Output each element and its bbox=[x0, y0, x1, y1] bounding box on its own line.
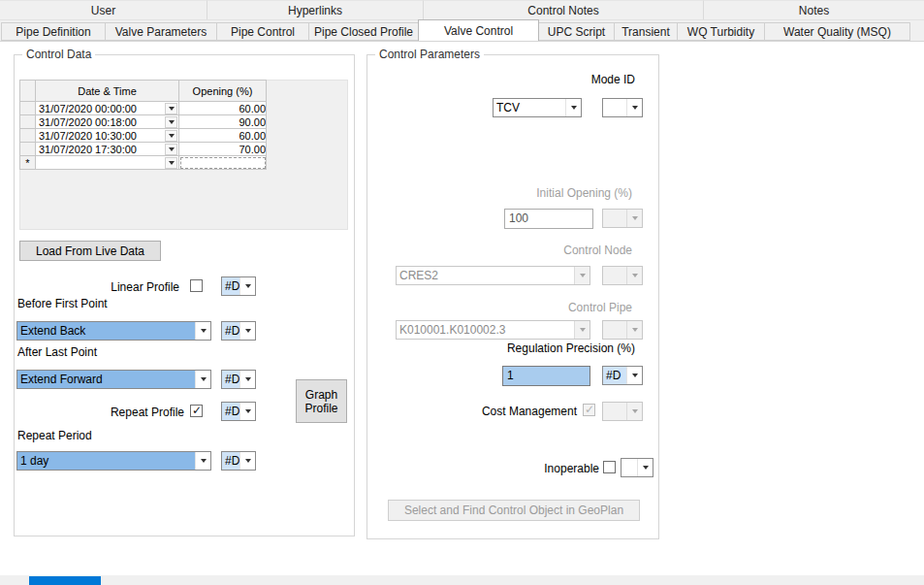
control-pipe-flag-select bbox=[602, 320, 643, 340]
tab-water-quality-msq[interactable]: Water Quality (MSQ) bbox=[764, 22, 910, 41]
row-selector[interactable] bbox=[20, 115, 36, 129]
new-row-marker-icon[interactable]: * bbox=[20, 156, 36, 170]
combo-value bbox=[621, 459, 637, 476]
repeat-period-label: Repeat Period bbox=[17, 429, 92, 442]
repeat-profile-checkbox[interactable] bbox=[190, 405, 203, 417]
flag-value: #D bbox=[603, 367, 626, 384]
tab-user[interactable]: User bbox=[0, 0, 207, 19]
tab-valve-control[interactable]: Valve Control bbox=[418, 19, 539, 41]
linear-profile-flag-select[interactable]: #D bbox=[221, 276, 256, 296]
tab-upc-script[interactable]: UPC Script bbox=[538, 22, 615, 41]
column-header-opening[interactable]: Opening (%) bbox=[179, 81, 267, 102]
mode-id-flag-select[interactable] bbox=[602, 98, 643, 117]
datetime-value: 31/07/2020 00:00:00 bbox=[36, 103, 165, 114]
repeat-profile-flag-select[interactable]: #D bbox=[221, 402, 256, 421]
initial-opening-flag-select bbox=[602, 209, 643, 228]
datetime-cell[interactable]: 31/07/2020 10:30:00 bbox=[36, 129, 179, 143]
chevron-down-icon[interactable] bbox=[239, 322, 255, 340]
before-first-point-flag-select[interactable]: #D bbox=[221, 321, 256, 341]
cost-management-flag-select bbox=[602, 402, 643, 421]
initial-opening-label: Initial Opening (%) bbox=[456, 186, 632, 200]
chevron-down-icon[interactable] bbox=[626, 99, 642, 116]
linear-profile-checkbox[interactable] bbox=[190, 279, 203, 292]
flag-value: #D bbox=[222, 322, 239, 340]
after-last-point-flag-select[interactable]: #D bbox=[221, 370, 256, 389]
opening-cell[interactable]: 60.00 bbox=[179, 129, 267, 143]
row-selector[interactable] bbox=[20, 102, 36, 115]
chevron-down-icon bbox=[626, 321, 642, 339]
datetime-cell[interactable]: 31/07/2020 17:30:00 bbox=[36, 143, 179, 156]
tab-pipe-control[interactable]: Pipe Control bbox=[216, 22, 309, 41]
combo-value bbox=[603, 210, 626, 227]
column-header-datetime[interactable]: Date & Time bbox=[36, 81, 179, 102]
chevron-down-icon[interactable] bbox=[165, 116, 177, 128]
linear-profile-label: Linear Profile bbox=[92, 280, 179, 294]
load-from-live-data-button[interactable]: Load From Live Data bbox=[19, 241, 161, 261]
chevron-down-icon[interactable] bbox=[239, 371, 255, 388]
before-first-point-label: Before First Point bbox=[17, 297, 108, 310]
tab-pipe-definition[interactable]: Pipe Definition bbox=[1, 22, 106, 41]
combo-value: K010001.K010002.3 bbox=[397, 321, 574, 339]
combo-value: TCV bbox=[494, 99, 565, 116]
row-selector[interactable] bbox=[20, 129, 36, 143]
combo-value bbox=[603, 403, 626, 420]
inoperable-checkbox[interactable] bbox=[603, 461, 616, 473]
after-last-point-select[interactable]: Extend Forward bbox=[16, 370, 211, 389]
initial-opening-field[interactable]: 100 bbox=[504, 209, 593, 229]
chevron-down-icon[interactable] bbox=[565, 99, 581, 116]
datetime-cell[interactable]: 31/07/2020 00:18:00 bbox=[36, 115, 179, 129]
table-header-row: Date & Time Opening (%) bbox=[20, 81, 267, 102]
chevron-down-icon[interactable] bbox=[637, 459, 653, 476]
control-node-flag-select bbox=[602, 266, 643, 285]
datetime-value: 31/07/2020 00:18:00 bbox=[36, 116, 165, 128]
opening-cell[interactable]: 70.00 bbox=[179, 143, 267, 156]
tab-valve-parameters[interactable]: Valve Parameters bbox=[105, 22, 217, 41]
datetime-value: 31/07/2020 10:30:00 bbox=[36, 130, 165, 142]
opening-cell-empty[interactable] bbox=[179, 156, 267, 170]
tab-pipe-closed-profile[interactable]: Pipe Closed Profile bbox=[308, 22, 419, 41]
chevron-down-icon bbox=[626, 403, 642, 420]
regulation-precision-field[interactable]: 1 bbox=[502, 366, 590, 386]
combo-value: 1 day bbox=[17, 452, 195, 470]
chevron-down-icon[interactable] bbox=[195, 322, 210, 340]
chevron-down-icon[interactable] bbox=[239, 277, 255, 295]
regulation-precision-label: Regulation Precision (%) bbox=[456, 341, 635, 355]
inoperable-flag-select[interactable] bbox=[621, 458, 653, 477]
repeat-period-flag-select[interactable]: #D bbox=[221, 451, 256, 471]
combo-value bbox=[603, 267, 626, 284]
table-row: 31/07/2020 17:30:00 70.00 bbox=[20, 143, 267, 156]
combo-value: CRES2 bbox=[397, 267, 574, 284]
graph-profile-button[interactable]: Graph Profile bbox=[296, 379, 347, 423]
table-new-row: * bbox=[20, 156, 267, 170]
tab-transient[interactable]: Transient bbox=[614, 22, 678, 41]
datetime-value: 31/07/2020 17:30:00 bbox=[36, 144, 165, 155]
chevron-down-icon[interactable] bbox=[239, 403, 255, 420]
tab-control-notes[interactable]: Control Notes bbox=[424, 0, 704, 19]
chevron-down-icon[interactable] bbox=[165, 157, 177, 169]
tab-wq-turbidity[interactable]: WQ Turbidity bbox=[677, 22, 765, 41]
control-parameters-group-title: Control Parameters bbox=[375, 48, 484, 61]
cost-management-label: Cost Management bbox=[427, 405, 577, 418]
control-node-label: Control Node bbox=[456, 244, 632, 257]
opening-cell[interactable]: 90.00 bbox=[179, 115, 267, 129]
tab-hyperlinks[interactable]: Hyperlinks bbox=[207, 0, 424, 19]
inoperable-label: Inoperable bbox=[475, 462, 599, 475]
chevron-down-icon[interactable] bbox=[195, 452, 210, 470]
chevron-down-icon[interactable] bbox=[165, 130, 177, 142]
chevron-down-icon[interactable] bbox=[239, 452, 255, 470]
chevron-down-icon[interactable] bbox=[195, 371, 210, 388]
cost-management-checkbox bbox=[583, 404, 595, 416]
mode-id-select[interactable]: TCV bbox=[493, 98, 582, 117]
opening-cell[interactable]: 60.00 bbox=[179, 102, 267, 115]
datetime-cell-empty[interactable] bbox=[36, 156, 179, 170]
chevron-down-icon[interactable] bbox=[626, 367, 642, 384]
chevron-down-icon[interactable] bbox=[165, 103, 177, 114]
chevron-down-icon[interactable] bbox=[165, 144, 177, 155]
tab-notes[interactable]: Notes bbox=[704, 0, 924, 19]
row-selector[interactable] bbox=[20, 143, 36, 156]
mode-id-label: Mode ID bbox=[504, 73, 635, 86]
repeat-period-select[interactable]: 1 day bbox=[16, 451, 211, 471]
regulation-precision-flag-select[interactable]: #D bbox=[602, 366, 643, 385]
before-first-point-select[interactable]: Extend Back bbox=[16, 321, 211, 341]
datetime-cell[interactable]: 31/07/2020 00:00:00 bbox=[36, 102, 179, 115]
